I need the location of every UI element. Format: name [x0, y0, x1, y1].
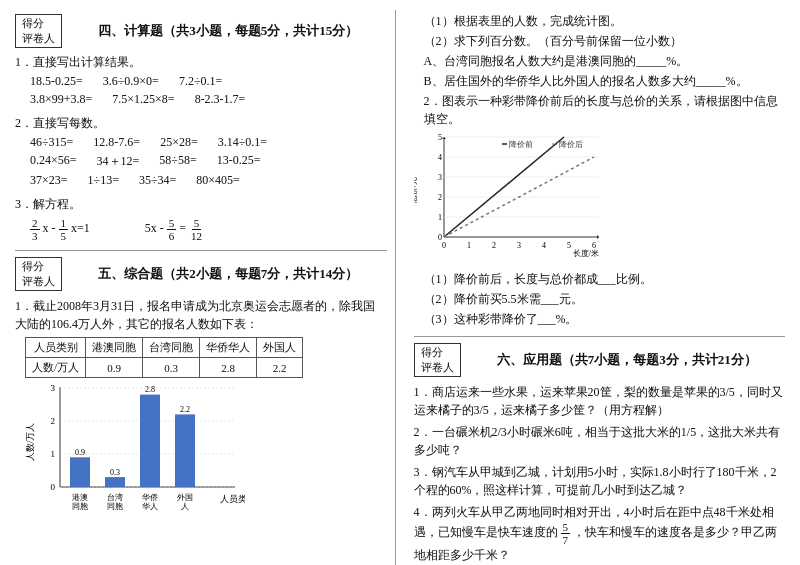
- calc-line-1: 18.5-0.25= 3.6÷0.9×0= 7.2÷0.1=: [30, 74, 387, 89]
- table-header-foreign: 外国人: [257, 338, 303, 358]
- score-box-4: 得分 评卷人: [15, 14, 62, 48]
- table-row-unit: 人数/万人: [26, 358, 86, 378]
- reviewer-label-5: 评卷人: [22, 275, 55, 287]
- table-header-hk: 港澳同胞: [86, 338, 143, 358]
- svg-text:2.2: 2.2: [180, 405, 190, 414]
- problem4-1: 1．直接写出计算结果。 18.5-0.25= 3.6÷0.9×0= 7.2÷0.…: [15, 54, 387, 107]
- svg-text:港澳: 港澳: [72, 493, 88, 502]
- calc-item: 80×405=: [196, 173, 240, 188]
- svg-rect-13: [105, 477, 125, 487]
- svg-text:3: 3: [438, 173, 442, 182]
- problem4-1-num: 1．直接写出计算结果。: [15, 54, 387, 71]
- calc-item: 37×23=: [30, 173, 68, 188]
- svg-text:4: 4: [542, 241, 546, 250]
- svg-text:5: 5: [438, 133, 442, 142]
- section6-title: 六、应用题（共7小题，每题3分，共计21分）: [469, 351, 786, 369]
- right-q1: （1）根据表里的人数，完成统计图。: [424, 12, 786, 30]
- reviewer-label-4: 评卷人: [22, 32, 55, 44]
- problem5-1: 1．截止2008年3月31日，报名申请成为北京奥运会志愿者的，除我国大陆的106…: [15, 297, 387, 512]
- section4-header: 得分 评卷人 四、计算题（共3小题，每题5分，共计15分）: [15, 14, 387, 48]
- svg-line-54: [444, 137, 564, 237]
- svg-rect-11: [70, 457, 90, 487]
- table-cell-hk: 0.9: [86, 358, 143, 378]
- calc-line-2: 3.8×99+3.8= 7.5×1.25×8= 8-2.3-1.7=: [30, 92, 387, 107]
- svg-text:人: 人: [181, 502, 189, 511]
- left-column: 得分 评卷人 四、计算题（共3小题，每题5分，共计15分） 1．直接写出计算结果…: [15, 10, 396, 565]
- problem4-2-num: 2．直接写每数。: [15, 115, 387, 132]
- svg-marker-56: [597, 235, 599, 239]
- svg-text:华侨: 华侨: [142, 493, 158, 502]
- svg-text:1: 1: [467, 241, 471, 250]
- table-cell-overseas: 2.8: [200, 358, 257, 378]
- right-q2: （2）求下列百分数。（百分号前保留一位小数）: [424, 32, 786, 50]
- svg-text:总价/元: 总价/元: [414, 177, 418, 204]
- score-box-6: 得分 评卷人: [414, 343, 461, 377]
- svg-text:台湾: 台湾: [107, 493, 123, 502]
- score-label-6: 得分: [421, 346, 443, 358]
- calc-item: 13-0.25=: [217, 153, 261, 170]
- svg-text:0: 0: [442, 241, 446, 250]
- table-header-type: 人员类别: [26, 338, 86, 358]
- graph-q2: （2）降价前买5.5米需___元。: [424, 290, 786, 308]
- calc-item: 58÷58=: [159, 153, 196, 170]
- calc-item: 18.5-0.25=: [30, 74, 83, 89]
- calc-item: 3.6÷0.9×0=: [103, 74, 159, 89]
- score-box-5: 得分 评卷人: [15, 257, 62, 291]
- calc-line-5: 37×23= 1÷13= 35÷34= 80×405=: [30, 173, 387, 188]
- problem4-3-num: 3．解方程。: [15, 196, 387, 213]
- calc-item: 1÷13=: [88, 173, 119, 188]
- svg-text:4: 4: [438, 153, 442, 162]
- table-cell-tw: 0.3: [143, 358, 200, 378]
- table-header-tw: 台湾同胞: [143, 338, 200, 358]
- calc-item: 8-2.3-1.7=: [195, 92, 246, 107]
- svg-text:外国: 外国: [177, 493, 193, 502]
- svg-text:1: 1: [438, 213, 442, 222]
- problem4-3: 3．解方程。 2 3 x - 1 5 x=1 5x -: [15, 196, 387, 242]
- frac2: 1 5: [59, 217, 69, 242]
- svg-text:3: 3: [51, 383, 56, 393]
- right-qB: B、居住国外的华侨华人比外国人的报名人数多大约_____%。: [424, 72, 786, 90]
- svg-text:2: 2: [51, 416, 56, 426]
- calc-item: 35÷34=: [139, 173, 176, 188]
- svg-rect-17: [175, 415, 195, 488]
- price-graph-svg: 0 1 2 3 4 5 总价/元 0 1 2 3 4 5 6 长度/米: [414, 132, 604, 262]
- problem6-4: 4．两列火车从甲乙两地同时相对开出，4小时后在距中点48千米处相遇，已知慢车是快…: [414, 503, 786, 564]
- svg-text:2.8: 2.8: [145, 385, 155, 394]
- eq2: 5x - 5 6 = 5 12: [145, 217, 204, 242]
- section5-title: 五、综合题（共2小题，每题7分，共计14分）: [70, 265, 387, 283]
- graph-q3: （3）这种彩带降价了___%。: [424, 310, 786, 328]
- problem6-2: 2．一台碾米机2/3小时碾米6吨，相当于这批大米的1/5，这批大米共有多少吨？: [414, 423, 786, 459]
- svg-text:0: 0: [51, 482, 56, 492]
- right-qA: A、台湾同胞报名人数大约是港澳同胞的_____%。: [424, 52, 786, 70]
- calc-line-3: 46÷315= 12.8-7.6= 25×28= 3.14÷0.1=: [30, 135, 387, 150]
- section4-title: 四、计算题（共3小题，每题5分，共计15分）: [70, 22, 387, 40]
- table-header-overseas: 华侨华人: [200, 338, 257, 358]
- svg-text:3: 3: [517, 241, 521, 250]
- svg-text:同胞: 同胞: [107, 502, 123, 511]
- svg-text:人数/万人: 人数/万人: [25, 423, 35, 462]
- svg-text:人员类别: 人员类别: [220, 494, 245, 504]
- calc-item: 25×28=: [160, 135, 198, 150]
- table-cell-foreign: 2.2: [257, 358, 303, 378]
- frac4: 5 12: [189, 217, 204, 242]
- frac1: 2 3: [30, 217, 40, 242]
- page-container: 得分 评卷人 四、计算题（共3小题，每题5分，共计15分） 1．直接写出计算结果…: [15, 10, 785, 565]
- svg-text:2: 2: [438, 193, 442, 202]
- svg-text:降价前: 降价前: [509, 140, 533, 149]
- svg-text:2: 2: [492, 241, 496, 250]
- graph-q1: （1）降价前后，长度与总价都成___比例。: [424, 270, 786, 288]
- svg-text:1: 1: [51, 449, 56, 459]
- calc-item: 34＋12=: [97, 153, 140, 170]
- price-graph-area: 0 1 2 3 4 5 总价/元 0 1 2 3 4 5 6 长度/米: [414, 132, 786, 266]
- divider-1: [15, 250, 387, 251]
- bar-chart: 0 1 2 3 人数/万人 0.9: [25, 382, 387, 512]
- svg-rect-15: [140, 395, 160, 487]
- svg-text:0.3: 0.3: [110, 468, 120, 477]
- problem6-1: 1．商店运来一些水果，运来苹果20筐，梨的数量是苹果的3/5，同时又运来橘子的3…: [414, 383, 786, 419]
- calc-item: 7.5×1.25×8=: [112, 92, 174, 107]
- section6-problems: 1．商店运来一些水果，运来苹果20筐，梨的数量是苹果的3/5，同时又运来橘子的3…: [414, 383, 786, 565]
- score-label-4: 得分: [22, 17, 44, 29]
- problem6-3: 3．钢汽车从甲城到乙城，计划用5小时，实际1.8小时行了180千米，2个程的60…: [414, 463, 786, 499]
- svg-text:0.9: 0.9: [75, 448, 85, 457]
- section6-header: 得分 评卷人 六、应用题（共7小题，每题3分，共计21分）: [414, 343, 786, 377]
